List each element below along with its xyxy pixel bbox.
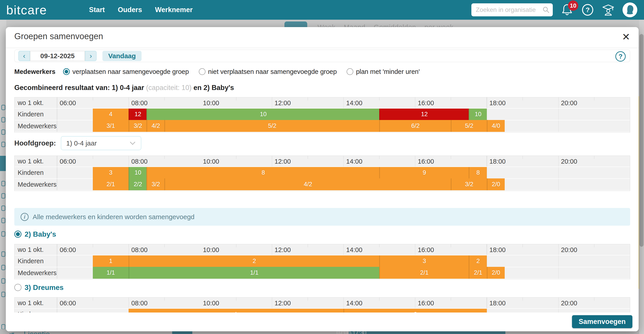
nav-item-ouders[interactable]: Ouders [118, 6, 142, 14]
day-label: wo 1 okt. [14, 244, 57, 255]
hour-label: 16:00 [415, 156, 434, 167]
screen: bitcare StartOudersWerknemer 10 [0, 0, 644, 334]
schedule-bar[interactable]: 2/0 [487, 267, 505, 279]
page-scrollbar-thumb[interactable] [640, 34, 644, 247]
hour-label: 10:00 [200, 297, 219, 309]
schedule-bar[interactable]: 3/1 [93, 120, 128, 132]
group-option-babys[interactable]: 2) Baby's [14, 230, 630, 239]
timeline-header-row: wo 1 okt.06:0008:0010:0012:0014:0016:001… [14, 244, 630, 255]
prev-day-button[interactable]: ‹ [18, 51, 30, 61]
combined-heading-suffix: en 2) Baby's [194, 84, 234, 92]
hour-label: 12:00 [272, 97, 291, 109]
hoofdgroep-select[interactable]: 1) 0-4 jaar [61, 136, 141, 150]
profile-silhouette-icon [622, 3, 637, 17]
timeline-lane: 1/11/12/12/12/0 [57, 267, 630, 279]
schedule-bar[interactable]: 2/2 [128, 178, 146, 190]
hour-labels: 06:0008:0010:0012:0014:0016:0018:0020:00 [57, 156, 630, 167]
schedule-bar[interactable]: 2/0 [487, 178, 505, 190]
merge-groups-modal: Groepen samenvoegen ✕ ‹ 09-12-2025 › Van… [6, 27, 639, 331]
medewerkers-option-2[interactable]: plan met 'minder uren' [346, 68, 420, 76]
sidebar-icon-fragment [1, 117, 5, 122]
schedule-bar[interactable]: 3/2 [451, 178, 486, 190]
option-label: plan met 'minder uren' [356, 68, 420, 76]
radio-selected-icon[interactable] [14, 231, 22, 238]
schedule-bar[interactable]: 6/2 [379, 120, 451, 132]
medewerkers-options-row: Medewerkers verplaatsen naar samengevoeg… [14, 68, 630, 75]
schedule-bar[interactable]: 2 [469, 255, 486, 267]
hour-label: 08:00 [128, 97, 148, 109]
academy-button[interactable] [602, 4, 614, 16]
row-label: Kinderen [14, 167, 57, 178]
page-behind-sidebar [0, 20, 6, 334]
schedule-bar[interactable]: 3/2 [128, 120, 146, 132]
radio-unselected-icon[interactable] [14, 284, 22, 291]
help-button[interactable]: ? [582, 4, 594, 16]
schedule-bar[interactable]: 3 [379, 255, 469, 267]
search-input[interactable] [471, 3, 553, 16]
group-option-dreumes[interactable]: 3) Dreumes [14, 283, 630, 292]
timeline-lane: 1232 [57, 255, 630, 267]
schedule-bar[interactable]: 1/1 [128, 267, 379, 279]
schedule-bar[interactable]: 10 [469, 109, 486, 120]
hour-label: 08:00 [128, 156, 148, 167]
schedule-bar[interactable]: 2/1 [379, 267, 469, 279]
schedule-bar[interactable]: 4/2 [164, 178, 451, 190]
schedule-bar[interactable]: 5/2 [164, 120, 379, 132]
schedule-bar[interactable]: 4/2 [146, 120, 164, 132]
bitcare-logo[interactable]: bitcare [6, 3, 80, 17]
nav-item-start[interactable]: Start [89, 6, 105, 14]
schedule-bar[interactable]: 2 [128, 255, 379, 267]
babys-schedule-table: wo 1 okt.06:0008:0010:0012:0014:0016:001… [14, 244, 630, 279]
combined-schedule-table: wo 1 okt.06:0008:0010:0012:0014:0016:001… [14, 97, 630, 133]
hour-label: 10:00 [200, 244, 219, 255]
medewerkers-option-0[interactable]: verplaatsen naar samengevoegde groep [63, 68, 189, 76]
radio-unselected-icon[interactable] [346, 68, 353, 75]
info-icon: i [20, 213, 28, 221]
schedule-bar[interactable]: 10 [128, 167, 146, 178]
hour-label: 12:00 [272, 297, 291, 309]
question-circle-icon: ? [582, 4, 594, 16]
schedule-bar[interactable]: 5/2 [451, 120, 486, 132]
hour-label: 08:00 [128, 244, 148, 255]
schedule-bar[interactable]: 8 [469, 167, 486, 178]
hour-label: 12:00 [272, 156, 291, 167]
info-banner-text: Alle medewerkers en kinderen worden same… [33, 213, 194, 221]
sidebar-icon-fragment [1, 142, 5, 147]
date-input[interactable]: 09-12-2025 [30, 51, 85, 61]
notifications-button[interactable]: 10 [561, 4, 573, 16]
schedule-bar[interactable]: 2/1 [469, 267, 486, 279]
radio-selected-icon[interactable] [63, 68, 70, 75]
schedule-bar[interactable]: 1 [93, 255, 128, 267]
timeline-lane: 310898 [57, 167, 630, 178]
schedule-bar[interactable]: 4/0 [487, 120, 505, 132]
samenvoegen-button[interactable]: Samenvoegen [572, 315, 632, 328]
sidebar-icon-fragment [1, 181, 5, 186]
day-label: wo 1 okt. [14, 156, 57, 167]
timeline-lane: 412101210 [57, 109, 630, 120]
schedule-bar[interactable]: 10 [146, 109, 379, 120]
schedule-bar[interactable]: 2/1 [93, 178, 128, 190]
avatar[interactable] [622, 3, 637, 17]
close-icon[interactable]: ✕ [622, 32, 630, 42]
timeline-lane: 3/13/24/25/26/25/24/0 [57, 120, 630, 132]
medewerkers-option-1[interactable]: niet verplaatsen naar samengevoegde groe… [199, 68, 337, 76]
help-circle-icon[interactable]: ? [616, 51, 626, 62]
page-scrollbar[interactable] [639, 20, 644, 334]
schedule-bar[interactable]: 3/2 [146, 178, 164, 190]
search-box [471, 3, 553, 16]
schedule-bar[interactable]: 12 [128, 109, 146, 120]
schedule-bar[interactable]: 12 [379, 109, 469, 120]
next-day-button[interactable]: › [85, 51, 96, 61]
today-button[interactable]: Vandaag [102, 51, 142, 61]
radio-unselected-icon[interactable] [199, 68, 206, 75]
schedule-bar[interactable]: 4 [93, 109, 128, 120]
modal-title: Groepen samenvoegen [14, 32, 630, 41]
schedule-bar[interactable]: 9 [379, 167, 469, 178]
day-label: wo 1 okt. [14, 297, 57, 308]
schedule-bar[interactable]: 1/1 [93, 267, 128, 279]
medewerkers-options: verplaatsen naar samengevoegde groepniet… [63, 68, 430, 76]
schedule-bar[interactable]: 8 [146, 167, 379, 178]
schedule-bar[interactable]: 3 [93, 167, 128, 178]
timeline-header-row: wo 1 okt.06:0008:0010:0012:0014:0016:001… [14, 97, 630, 109]
nav-item-werknemer[interactable]: Werknemer [155, 6, 192, 14]
